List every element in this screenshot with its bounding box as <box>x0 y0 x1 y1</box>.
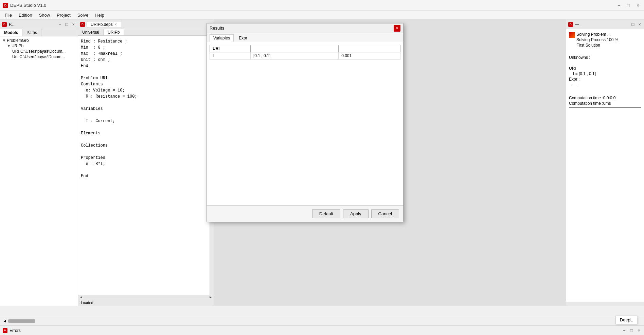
dialog-tabs: Variables Expr <box>207 33 403 42</box>
tree-item-problemgro[interactable]: ▼ ProblemGro <box>1 38 76 43</box>
solve-line-10 <box>569 88 641 93</box>
code-editor[interactable]: Kind : Resistance ; Min : 0 ; Max : +max… <box>78 36 210 295</box>
dialog-close-button[interactable]: × <box>394 25 400 32</box>
code-line-21 <box>81 167 207 173</box>
code-line-12 <box>81 112 207 118</box>
title-bar-controls: − □ × <box>615 2 641 9</box>
code-line-22: End <box>81 173 207 179</box>
code-line-2: Max : +maxreal ; <box>81 51 207 57</box>
code-line-7: Constants <box>81 81 207 87</box>
sub-tab-uripb[interactable]: URIPb <box>104 29 124 35</box>
editor-horiz-scroll[interactable]: ◄ ► <box>78 295 214 299</box>
code-line-10 <box>81 100 207 106</box>
solve-line-12: Computation time :0ms <box>569 101 641 106</box>
tree-area: ▼ ProblemGro ▼ URIPb URI C:\Users\payas\… <box>0 36 78 306</box>
tree-label-0: ProblemGro <box>7 38 29 43</box>
code-line-6: Problem URI <box>81 75 207 81</box>
dialog-tab-variables[interactable]: Variables <box>210 34 234 42</box>
apply-button[interactable]: Apply <box>343 209 369 218</box>
dialog-title-bar: Results × <box>207 23 403 33</box>
menu-project[interactable]: Project <box>53 12 74 18</box>
scroll-left-icon[interactable]: ◄ <box>79 295 84 299</box>
errors-maximize[interactable]: □ <box>629 328 634 333</box>
cancel-button[interactable]: Cancel <box>371 209 399 218</box>
minimize-button[interactable]: − <box>615 2 622 9</box>
solve-line-2: First Solution <box>576 43 618 48</box>
solve-line-5 <box>569 61 641 65</box>
right-panel-title-text: — <box>575 22 629 27</box>
dialog-title: Results <box>210 26 394 31</box>
solve-content: Solving Problem ... Solving Process 100 … <box>566 29 644 302</box>
errors-title: Errors <box>10 328 21 333</box>
left-panel: D P... − □ × Models Paths ▼ ProblemGro ▼… <box>0 20 78 306</box>
code-line-14 <box>81 124 207 130</box>
tree-item-uri[interactable]: URI C:\Users\payas\Docum... <box>1 49 76 54</box>
code-line-3: Unit : ohm ; <box>81 57 207 63</box>
tree-label-1: URIPb <box>12 44 23 48</box>
table-cell-extra: 0.001 <box>339 52 400 60</box>
sub-tab-universal[interactable]: Universal <box>78 29 104 35</box>
errors-minimize[interactable]: − <box>622 328 627 333</box>
code-line-15: Elements <box>81 130 207 136</box>
editor-sub-tabs: Universal URIPb <box>78 29 214 36</box>
default-button[interactable]: Default <box>312 209 340 218</box>
editor-tab-uripb[interactable]: URIPb.deps × <box>87 21 121 28</box>
left-panel-tabs: Models Paths <box>0 29 78 36</box>
left-panel-close[interactable]: × <box>71 21 76 27</box>
menu-show[interactable]: Show <box>36 12 54 18</box>
right-panel-bottom-scroll <box>566 302 644 306</box>
maximize-button[interactable]: □ <box>625 2 632 9</box>
errors-logo: D <box>3 328 7 333</box>
menu-help[interactable]: Help <box>92 12 108 18</box>
table-cell-value: [0.1 , 0.1] <box>251 52 339 60</box>
errors-bar-controls: − □ × <box>622 328 641 333</box>
close-button[interactable]: × <box>634 2 641 9</box>
left-panel-minimize[interactable]: − <box>58 21 62 27</box>
tab-paths[interactable]: Paths <box>22 29 41 36</box>
menu-edition[interactable]: Edition <box>15 12 36 18</box>
editor-tab-close[interactable]: × <box>114 22 118 27</box>
title-bar: D DEPS Studio V1.0 − □ × <box>0 0 644 11</box>
code-line-13: I : Current; <box>81 118 207 124</box>
bottom-scroll-left[interactable]: ◄ <box>3 319 7 323</box>
code-line-0: Kind : Resistance ; <box>81 38 207 45</box>
editor-title-bar: D URIPb.deps × <box>78 20 214 29</box>
code-line-16 <box>81 136 207 143</box>
editor-panel: D URIPb.deps × Universal URIPb Kind : Re… <box>78 20 214 306</box>
code-line-4: End <box>81 63 207 69</box>
code-line-17: Collections <box>81 143 207 149</box>
solve-line-9: — <box>569 82 641 87</box>
bottom-bar: ◄ <box>0 316 644 325</box>
right-panel-logo: D <box>568 22 573 27</box>
tree-item-uripb[interactable]: ▼ URIPb <box>1 43 76 49</box>
dialog-footer: Default Apply Cancel <box>207 205 403 222</box>
menu-file[interactable]: File <box>1 12 15 18</box>
table-header-uri: URI <box>210 45 251 52</box>
left-panel-title: P... <box>9 22 56 27</box>
solve-line-1: Solving Process 100 % <box>576 37 618 42</box>
editor-status: Loaded <box>78 299 214 306</box>
table-cell-name: I <box>210 52 251 60</box>
right-panel-close[interactable]: × <box>637 21 642 27</box>
code-line-9: R : Resistance = 100; <box>81 94 207 100</box>
code-line-20: e = R*I; <box>81 161 207 167</box>
deepl-badge: DeepL <box>615 316 637 324</box>
tree-item-uni[interactable]: Uni C:\Users\payas\Docum... <box>1 54 76 60</box>
left-panel-logo: D <box>2 22 7 27</box>
tab-models[interactable]: Models <box>0 29 22 36</box>
right-panel-title-bar: D — □ × <box>566 20 644 29</box>
right-panel: D — □ × Solving Problem ... Solving Proc… <box>566 20 644 306</box>
menu-solve[interactable]: Solve <box>74 12 92 18</box>
bottom-scroll-thumb[interactable] <box>8 319 35 323</box>
solve-line-3 <box>569 50 641 54</box>
errors-bar: D Errors − □ × <box>0 325 644 335</box>
solve-line-6: URI <box>569 66 641 71</box>
scroll-right-icon[interactable]: ► <box>208 295 213 299</box>
left-panel-maximize[interactable]: □ <box>65 21 69 27</box>
code-line-11: Variables <box>81 106 207 112</box>
dialog-tab-expr[interactable]: Expr <box>235 34 251 42</box>
errors-close[interactable]: × <box>637 328 641 333</box>
solve-line-7: I = [0.1 , 0.1] <box>569 71 641 76</box>
right-panel-maximize[interactable]: □ <box>631 21 636 27</box>
code-line-1: Min : 0 ; <box>81 45 207 51</box>
